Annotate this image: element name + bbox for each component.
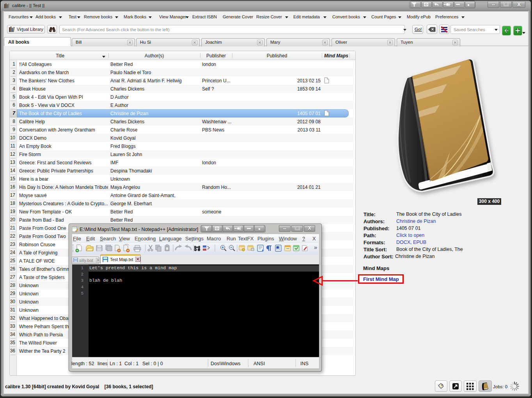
svg-text:»: » bbox=[314, 244, 317, 251]
